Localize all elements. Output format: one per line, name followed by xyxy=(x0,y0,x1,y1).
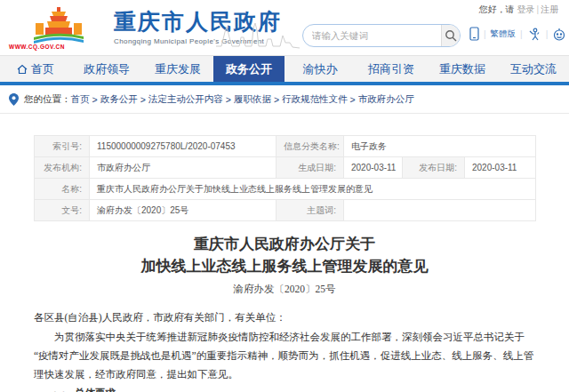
nav-label: 招商引资 xyxy=(368,61,414,77)
breadcrumb-separator: > xyxy=(92,94,98,105)
info-category-value: 电子政务 xyxy=(344,136,536,157)
skyline-decoration-icon xyxy=(216,20,301,52)
home-icon xyxy=(17,64,28,75)
nav-label: 政务公开 xyxy=(226,61,272,77)
mobile-version-icon[interactable] xyxy=(469,27,479,41)
breadcrumb-separator: > xyxy=(226,94,231,105)
breadcrumb-prefix: 您的位置： xyxy=(24,93,71,106)
search-input[interactable] xyxy=(303,25,441,46)
nav-item-yukuaiban[interactable]: 渝快办 xyxy=(284,56,356,82)
document-page: 索引号: 11500000009275780L/2020-07453 信息分类名… xyxy=(0,114,569,392)
table-row: 名称: 重庆市人民政府办公厅关于加快线上业态线上服务线上管理发展的意见 xyxy=(35,179,536,200)
doc-name-value: 重庆市人民政府办公厅关于加快线上业态线上服务线上管理发展的意见 xyxy=(90,179,536,200)
paragraph: 为贯彻落实中央关于统筹推进新冠肺炎疫情防控和经济社会发展的工作部署，深刻领会习近… xyxy=(34,328,535,385)
breadcrumb-item-gov-affairs[interactable]: 政务公开 xyxy=(100,93,138,106)
info-category-label: 信息分类名称: xyxy=(276,136,344,157)
subject-words-label: 主题词: xyxy=(276,200,344,221)
issuing-agency-label: 发布机构: xyxy=(35,157,90,179)
index-number-label: 索引号: xyxy=(35,136,90,157)
logo-url-text: WWW.CQ.GOV.CN xyxy=(9,44,108,50)
breadcrumb-item-normative-documents[interactable]: 行政规范性文件 xyxy=(282,93,348,106)
nav-label: 渝快办 xyxy=(303,61,338,77)
traditional-chinese-link[interactable]: 繁體版 xyxy=(491,28,517,40)
document-title-line2: 加快线上业态线上服务线上管理发展的意见 xyxy=(34,256,535,278)
document-meta-table: 索引号: 11500000009275780L/2020-07453 信息分类名… xyxy=(34,135,536,221)
table-row: 发布机构: 市政府办公厅 生成日期: 2020-03-11 发布日期: 2020… xyxy=(35,157,536,179)
breadcrumb-item-statutory-disclosure[interactable]: 法定主动公开内容 xyxy=(148,93,223,106)
user-greeting: 您好，请 登录|注册 xyxy=(479,4,558,16)
page: WWW.CQ.GOV.CN 重庆市人民政府 Chongqing Municipa… xyxy=(0,0,569,392)
login-link[interactable]: 登录 xyxy=(517,4,534,14)
breadcrumb-separator: > xyxy=(350,94,356,105)
search-icon xyxy=(445,29,457,42)
publish-date-value: 2020-03-11 xyxy=(465,157,536,179)
doc-number-label: 文号: xyxy=(35,200,90,221)
subject-words-value xyxy=(344,200,536,221)
breadcrumb-item-general-office[interactable]: 市政府办公厅 xyxy=(358,93,414,106)
accessibility-icon[interactable] xyxy=(527,28,541,41)
site-header: WWW.CQ.GOV.CN 重庆市人民政府 Chongqing Municipa… xyxy=(0,0,569,55)
main-nav: 首页 政府领导 重庆发展 政务公开 渝快办 招商引资 重庆数据 互动交流 xyxy=(0,55,569,82)
login-register-separator: | xyxy=(536,4,539,14)
document-title: 重庆市人民政府办公厅关于 加快线上业态线上服务线上管理发展的意见 xyxy=(34,234,535,277)
created-date-value: 2020-03-11 xyxy=(344,157,403,179)
robot-assistant-icon[interactable] xyxy=(552,28,566,41)
greeting-text: 您好，请 xyxy=(479,4,515,14)
document-title-line1: 重庆市人民政府办公厅关于 xyxy=(34,234,535,256)
doc-number-value: 渝府办发〔2020〕25号 xyxy=(90,200,276,221)
index-number-value: 11500000009275780L/2020-07453 xyxy=(90,136,276,157)
search-button[interactable] xyxy=(441,25,460,46)
nav-item-government-leaders[interactable]: 政府领导 xyxy=(71,56,142,82)
nav-item-home[interactable]: 首页 xyxy=(0,56,71,82)
table-row: 索引号: 11500000009275780L/2020-07453 信息分类名… xyxy=(35,136,536,157)
nav-item-government-affairs[interactable]: 政务公开 xyxy=(213,56,284,82)
publish-date-label: 发布日期: xyxy=(403,157,465,179)
breadcrumb-separator: > xyxy=(140,94,146,105)
nav-item-chongqing-development[interactable]: 重庆发展 xyxy=(142,56,213,82)
nav-label: 首页 xyxy=(31,61,54,77)
tools-separator: | xyxy=(546,29,549,39)
location-pin-icon xyxy=(9,93,19,106)
nav-item-investment[interactable]: 招商引资 xyxy=(356,56,427,82)
section-heading: 一、总体要求 xyxy=(34,384,535,392)
tools-separator: | xyxy=(520,29,523,39)
created-date-label: 生成日期: xyxy=(276,157,344,179)
document-body-wrap: 重庆市人民政府办公厅关于 加快线上业态线上服务线上管理发展的意见 渝府办发〔20… xyxy=(34,234,535,392)
nav-label: 重庆数据 xyxy=(439,61,485,77)
nav-label: 重庆发展 xyxy=(155,61,201,77)
site-logo[interactable]: WWW.CQ.GOV.CN xyxy=(9,5,108,52)
nav-label: 政府领导 xyxy=(84,61,130,77)
table-row: 文号: 渝府办发〔2020〕25号 主题词: xyxy=(35,200,536,221)
register-link[interactable]: 注册 xyxy=(541,4,558,14)
document-number: 渝府办发〔2020〕25号 xyxy=(34,283,535,296)
breadcrumb-separator: > xyxy=(274,94,279,105)
salutation: 各区县(自治县)人民政府，市政府有关部门，有关单位： xyxy=(34,308,535,327)
search-bar xyxy=(302,24,461,47)
nav-item-interaction[interactable]: 互动交流 xyxy=(498,56,569,82)
breadcrumb-item-home[interactable]: 首页 xyxy=(71,93,90,106)
great-hall-building-icon xyxy=(9,5,108,44)
header-tools: | 繁體版 | | xyxy=(469,27,566,41)
doc-name-label: 名称: xyxy=(35,179,90,200)
tools-separator: | xyxy=(484,29,486,39)
breadcrumb: 您的位置： 首页 > 政务公开 > 法定主动公开内容 > 履职依据 > 行政规范… xyxy=(0,85,569,113)
document-body: 各区县(自治县)人民政府，市政府有关部门，有关单位： 为贯彻落实中央关于统筹推进… xyxy=(34,308,535,392)
nav-item-chongqing-data[interactable]: 重庆数据 xyxy=(427,56,498,82)
issuing-agency-value: 市政府办公厅 xyxy=(90,157,276,179)
breadcrumb-item-duty-basis[interactable]: 履职依据 xyxy=(234,93,271,106)
nav-label: 互动交流 xyxy=(510,61,557,77)
